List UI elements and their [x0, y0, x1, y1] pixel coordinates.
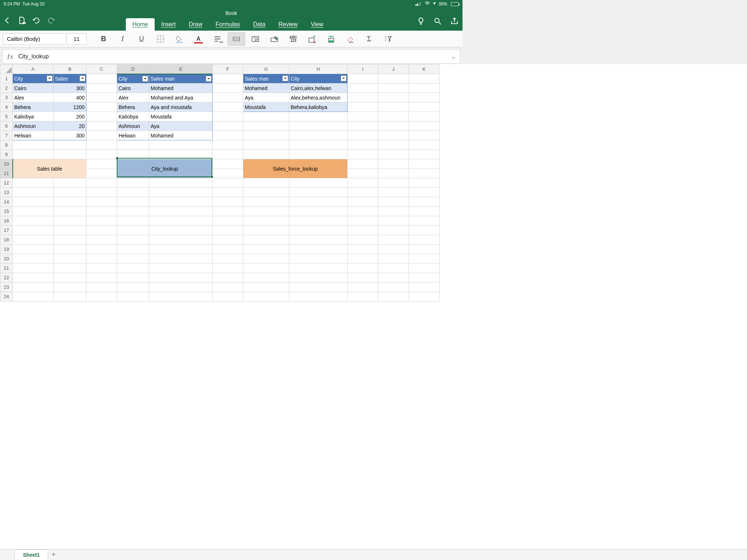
cell[interactable]: Helwan: [117, 131, 149, 140]
cell[interactable]: Aya and moustafa: [149, 102, 213, 112]
filter-dropdown-icon[interactable]: [47, 75, 53, 81]
autosum-button[interactable]: Σ: [360, 32, 378, 46]
sort-filter-button[interactable]: AZ: [379, 32, 397, 46]
clear-button[interactable]: [341, 32, 359, 46]
col-H[interactable]: H: [289, 65, 348, 74]
cell[interactable]: Mohamed: [243, 83, 289, 93]
italic-button[interactable]: I: [114, 32, 131, 46]
tab-formulas[interactable]: Formulas: [209, 18, 247, 31]
row-6[interactable]: 6: [0, 121, 13, 131]
cell[interactable]: 1200: [54, 102, 86, 112]
label-city-lookup[interactable]: City_lookup: [117, 159, 213, 178]
label-sales-table[interactable]: Sales table: [13, 159, 86, 178]
t1-h-city[interactable]: City: [13, 74, 54, 83]
bold-button[interactable]: B: [95, 32, 112, 46]
row-20[interactable]: 20: [0, 254, 13, 264]
cell[interactable]: Behera: [117, 102, 149, 112]
redo-icon[interactable]: [47, 16, 55, 25]
autofit-button[interactable]: [322, 32, 340, 46]
fill-color-button[interactable]: [171, 32, 188, 46]
cell[interactable]: Mohamed: [149, 131, 213, 140]
row-19[interactable]: 19: [0, 245, 13, 254]
col-C[interactable]: C: [86, 65, 117, 74]
chevron-down-icon[interactable]: ⌄: [451, 54, 456, 59]
col-A[interactable]: A: [13, 65, 54, 74]
insert-delete-button[interactable]: [303, 32, 321, 46]
cell[interactable]: 400: [54, 93, 86, 102]
filter-dropdown-icon[interactable]: [341, 75, 347, 81]
cell[interactable]: 300: [54, 83, 86, 93]
filter-dropdown-icon[interactable]: [206, 76, 212, 82]
cell[interactable]: Kaliobya: [13, 112, 54, 121]
font-selector[interactable]: Calibri (Body): [3, 33, 65, 45]
cell[interactable]: Aya: [149, 121, 213, 131]
tab-data[interactable]: Data: [247, 18, 272, 31]
row-21[interactable]: 21: [0, 264, 13, 273]
tab-home[interactable]: Home: [126, 18, 155, 31]
share-icon[interactable]: [450, 17, 459, 26]
row-15[interactable]: 15: [0, 207, 13, 216]
cell[interactable]: Aya: [243, 93, 289, 102]
cell[interactable]: Mohamed and Aya: [149, 93, 213, 102]
tab-insert[interactable]: Insert: [155, 18, 182, 31]
cell[interactable]: Alex,behera,ashmoun: [289, 93, 348, 102]
t3-h-salesman[interactable]: Sales man: [243, 74, 289, 83]
sheet-table[interactable]: A B C D E F G H I J K 1 City Sales City …: [0, 64, 440, 302]
tab-view[interactable]: View: [304, 18, 330, 31]
number-format-button[interactable]: ABC123: [285, 32, 302, 46]
cell[interactable]: 20: [54, 121, 86, 131]
font-color-button[interactable]: A: [190, 32, 207, 46]
row-17[interactable]: 17: [0, 226, 13, 235]
search-icon[interactable]: [433, 17, 442, 26]
borders-button[interactable]: [152, 32, 169, 46]
row-5[interactable]: 5: [0, 112, 13, 121]
cell[interactable]: Alex: [13, 93, 54, 102]
t1-h-sales[interactable]: Sales: [54, 74, 86, 83]
cell[interactable]: 300: [54, 131, 86, 140]
label-sfl[interactable]: Sales_force_lookup: [243, 159, 348, 178]
cell[interactable]: Behera,kaliobya: [289, 102, 348, 112]
cell[interactable]: Cairo,alex,helwan: [289, 83, 348, 93]
row-22[interactable]: 22: [0, 273, 13, 283]
cell[interactable]: 200: [54, 112, 86, 121]
cell[interactable]: Moustafa: [243, 102, 289, 112]
cell[interactable]: Moustafa: [149, 112, 213, 121]
col-K[interactable]: K: [409, 65, 440, 74]
cell[interactable]: Ashmoun: [13, 121, 54, 131]
col-F[interactable]: F: [213, 65, 243, 74]
formula-bar[interactable]: ƒx City_lookup ⌄: [2, 49, 460, 64]
row-8[interactable]: 8: [0, 140, 13, 150]
t2-h-salesman[interactable]: Sales man: [149, 74, 213, 83]
align-button[interactable]: •••: [209, 32, 226, 46]
t3-h-city[interactable]: City: [289, 74, 348, 83]
row-12[interactable]: 12: [0, 178, 13, 188]
back-icon[interactable]: [3, 16, 12, 25]
t2-h-city[interactable]: City: [117, 74, 149, 83]
underline-button[interactable]: U: [133, 32, 150, 46]
col-G[interactable]: G: [243, 65, 289, 74]
row-23[interactable]: 23: [0, 283, 13, 292]
cell[interactable]: Cairo: [13, 83, 54, 93]
row-24[interactable]: 24: [0, 292, 13, 302]
col-I[interactable]: I: [348, 65, 378, 74]
row-10[interactable]: 10: [0, 159, 13, 169]
cell-style-button[interactable]: [266, 32, 283, 46]
select-all-corner[interactable]: [0, 65, 13, 74]
merge-button[interactable]: [228, 32, 245, 46]
row-4[interactable]: 4: [0, 102, 13, 112]
row-2[interactable]: 2: [0, 83, 13, 93]
tab-draw[interactable]: Draw: [182, 18, 209, 31]
row-9[interactable]: 9: [0, 150, 13, 159]
cell[interactable]: Kaliobya: [117, 112, 149, 121]
row-1[interactable]: 1: [0, 74, 13, 83]
formula-value[interactable]: City_lookup: [18, 53, 451, 60]
row-18[interactable]: 18: [0, 235, 13, 245]
row-16[interactable]: 16: [0, 216, 13, 226]
lightbulb-icon[interactable]: [417, 17, 425, 26]
row-3[interactable]: 3: [0, 93, 13, 102]
row-7[interactable]: 7: [0, 131, 13, 140]
col-D[interactable]: D: [117, 65, 149, 74]
cell[interactable]: Mohamed: [149, 83, 213, 93]
filter-dropdown-icon[interactable]: [142, 76, 148, 82]
cell[interactable]: Alex: [117, 93, 149, 102]
